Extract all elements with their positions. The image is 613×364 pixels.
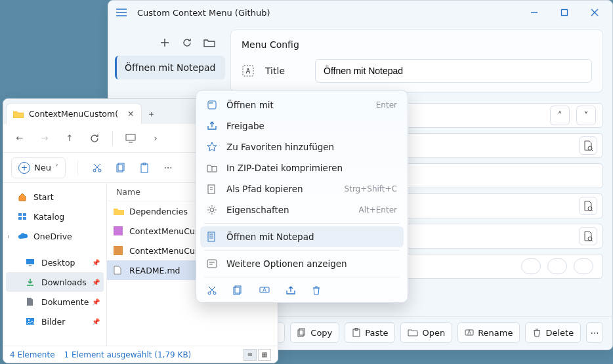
config-title-label: Title	[265, 66, 305, 76]
window-minimize[interactable]	[519, 2, 549, 23]
rename-button[interactable]: A Rename	[457, 322, 520, 343]
chevron-right-icon[interactable]: ›	[7, 233, 10, 240]
ctx-copy-path[interactable]: Als Pfad kopieren Strg+Shift+C	[200, 178, 404, 199]
ctx-copy-icon[interactable]	[233, 285, 245, 296]
ctx-share[interactable]: Freigabe	[200, 115, 404, 136]
pin-icon: 📌	[92, 279, 100, 286]
catalog-icon	[18, 212, 28, 221]
open-with-icon	[207, 100, 219, 110]
side-desktop[interactable]: Desktop 📌	[6, 253, 104, 272]
pill-1[interactable]	[521, 258, 541, 274]
svg-rect-23	[23, 217, 26, 220]
explorer-tab[interactable]: ContextMenuCustom( ✕	[6, 103, 142, 124]
nav-forward-button[interactable]: →	[35, 129, 54, 148]
browse-file-icon[interactable]	[579, 136, 597, 155]
view-details-icon[interactable]: ≡	[243, 349, 257, 361]
cut-icon[interactable]	[90, 161, 104, 175]
status-count: 4 Elemente	[10, 350, 55, 359]
md-file-icon	[114, 266, 124, 275]
svg-point-15	[98, 169, 101, 172]
share-icon	[207, 121, 219, 131]
zip-icon	[207, 163, 219, 172]
nav-back-button[interactable]: ←	[10, 129, 30, 148]
svg-rect-24	[26, 259, 34, 264]
paste-icon[interactable]	[137, 161, 152, 175]
config-title-input[interactable]	[315, 59, 592, 83]
svg-point-36	[208, 292, 211, 294]
ctx-rename-icon[interactable]: A	[259, 285, 271, 296]
svg-rect-0	[562, 10, 568, 16]
explorer-sidebar: Start Katalog › OneDrive Desktop 📌 Downl…	[3, 183, 107, 346]
image-icon	[26, 317, 36, 325]
more-button[interactable]: ⋯	[586, 322, 603, 343]
pin-icon: 📌	[92, 298, 100, 306]
browse-file-icon-2[interactable]	[579, 197, 597, 215]
ctx-open-with-notepad[interactable]: Öffnen mit Notepad	[200, 226, 404, 247]
cloud-icon	[18, 232, 28, 240]
pill-3[interactable]	[574, 258, 593, 274]
ctx-cut-icon[interactable]	[207, 285, 219, 296]
home-icon	[18, 192, 28, 201]
view-grid-icon[interactable]: ▦	[258, 349, 271, 361]
ctx-properties[interactable]: Eigenschaften Alt+Enter	[200, 199, 404, 220]
context-menu: Öffnen mit Enter Freigabe Zu Favoriten h…	[196, 90, 408, 303]
pill-2[interactable]	[547, 258, 567, 274]
ccm-titlebar: Custom Context Menu (Github)	[108, 1, 612, 24]
new-button[interactable]: + Neu ˅	[11, 157, 66, 178]
nav-up-button[interactable]: ↑	[60, 129, 79, 148]
side-downloads[interactable]: Downloads 📌	[6, 272, 104, 292]
folder-open-icon[interactable]	[203, 36, 216, 49]
ctx-zip[interactable]: In ZIP-Datei komprimieren	[200, 157, 404, 178]
side-onedrive[interactable]: › OneDrive	[6, 226, 104, 246]
side-start[interactable]: Start	[6, 187, 104, 207]
tab-title: ContextMenuCustom(	[29, 109, 118, 119]
svg-rect-35	[207, 260, 217, 268]
side-bilder[interactable]: Bilder 📌	[6, 312, 104, 331]
svg-point-26	[28, 319, 30, 321]
pin-icon: 📌	[92, 259, 100, 266]
svg-text:A: A	[263, 287, 266, 293]
suo-icon	[114, 246, 124, 255]
svg-rect-13	[126, 134, 135, 140]
download-icon	[26, 277, 36, 287]
side-dokumente[interactable]: Dokumente 📌	[6, 292, 104, 312]
svg-point-14	[93, 169, 96, 172]
window-maximize[interactable]	[549, 2, 580, 23]
hamburger-icon[interactable]	[116, 9, 132, 16]
more-options-icon	[207, 259, 219, 268]
sln-icon	[114, 226, 124, 235]
new-tab-button[interactable]: ＋	[142, 104, 161, 124]
copy-icon[interactable]	[114, 161, 128, 175]
sidebar-item-selected[interactable]: Öffnen mit Notepad	[115, 56, 225, 79]
app-title: Custom Context Menu (Github)	[137, 8, 270, 18]
side-katalog[interactable]: Katalog	[6, 207, 104, 226]
ctx-more-options[interactable]: Weitere Optionen anzeigen	[200, 253, 404, 274]
nav-refresh-button[interactable]	[85, 129, 104, 148]
ctx-favorite[interactable]: Zu Favoriten hinzufügen	[200, 136, 404, 157]
svg-text:A: A	[467, 330, 471, 336]
nav-computer-icon[interactable]	[121, 129, 140, 148]
folder-icon	[13, 110, 24, 118]
nav-crumb-forward-icon[interactable]: ›	[146, 129, 165, 148]
tab-close-icon[interactable]: ✕	[127, 109, 134, 119]
notepad-icon	[207, 232, 219, 242]
svg-rect-29	[208, 101, 216, 109]
browse-file-icon-3[interactable]	[579, 227, 597, 245]
window-close[interactable]	[580, 2, 610, 23]
ctx-open-with[interactable]: Öffnen mit Enter	[200, 94, 404, 115]
ctx-icon-row: A	[200, 280, 404, 298]
refresh-icon[interactable]	[180, 36, 194, 49]
svg-rect-27	[114, 226, 123, 235]
ctx-share-icon[interactable]	[285, 285, 297, 296]
more-icon[interactable]: ⋯	[161, 161, 175, 175]
open-button[interactable]: Open	[400, 322, 452, 343]
paste-button[interactable]: Paste	[345, 322, 395, 343]
config-header: Menu Config	[242, 39, 592, 50]
copy-button[interactable]: Copy	[290, 322, 339, 343]
desktop-icon	[26, 258, 36, 266]
ctx-delete-icon[interactable]	[312, 285, 324, 296]
move-down-button[interactable]: ˅	[576, 106, 596, 125]
move-up-button[interactable]: ˄	[550, 106, 570, 125]
add-icon[interactable]	[158, 36, 171, 49]
delete-button[interactable]: Delete	[525, 322, 581, 343]
